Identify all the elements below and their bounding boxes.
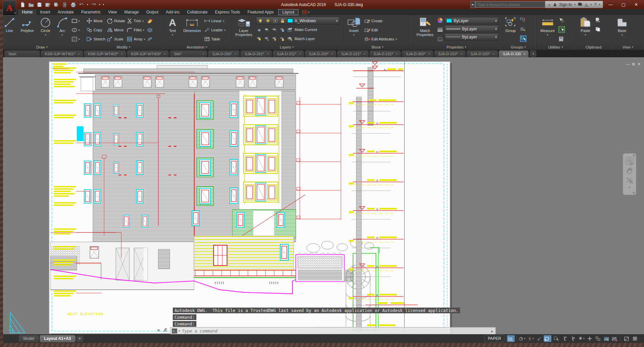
layer-vpfreeze2-icon[interactable] [271, 36, 277, 42]
layer-unlock2-icon[interactable] [279, 36, 285, 42]
help-icon[interactable]: ? [594, 2, 597, 7]
explode-tool[interactable] [147, 26, 153, 34]
qat-customize-dropdown[interactable]: ▾ [102, 3, 105, 6]
text-tool[interactable]: A Text▾ [165, 16, 180, 37]
offset-tool[interactable] [147, 35, 153, 43]
close-tab-icon[interactable]: × [121, 52, 123, 56]
ribbon-options[interactable]: ▾ [302, 9, 310, 15]
close-tab-icon[interactable]: × [428, 52, 430, 56]
mirror-tool[interactable]: Mirror [107, 26, 125, 34]
group-edit-icon[interactable] [520, 26, 526, 32]
graphics-performance-icon[interactable]: ▲ [611, 335, 619, 342]
arc-tool[interactable]: Arc▾ [55, 16, 70, 37]
drawing-restore-icon[interactable]: ⧉ [632, 62, 635, 66]
copy-clip-icon[interactable] [595, 27, 601, 32]
linetype-selector[interactable]: ByLayer ▾ [445, 33, 498, 40]
publish-button[interactable] [61, 1, 68, 8]
stretch-tool[interactable]: Stretch [87, 35, 105, 43]
layer-dropdown-caret[interactable]: ▾ [336, 19, 338, 23]
ellipse-tool[interactable]: ▾ [71, 26, 80, 34]
file-tab[interactable]: SJA-D-201*× [240, 50, 272, 57]
annotation-visibility-toggle[interactable] [560, 335, 568, 342]
layout-tab-active[interactable]: Layout A1+A3 [40, 335, 75, 342]
maximize-button[interactable]: ▢ [617, 1, 630, 8]
layer-isolate-icon[interactable] [264, 27, 269, 33]
help-search-input[interactable] [475, 1, 545, 8]
close-tab-icon[interactable]: × [78, 52, 80, 56]
save-button[interactable] [36, 1, 43, 8]
customization-menu[interactable] [631, 335, 639, 342]
print-button[interactable] [69, 1, 77, 8]
panel-label-layers[interactable]: Layers▾ [231, 44, 343, 50]
panel-label-draw[interactable]: Draw▾ [0, 44, 84, 50]
tab-home[interactable]: Home [18, 9, 36, 15]
tab-output[interactable]: Output [142, 9, 162, 15]
file-tab[interactable]: KSR-SJP-WT403*× [127, 50, 169, 57]
sign-in-dropdown[interactable]: ▾ [574, 3, 576, 6]
annotation-scale-menu[interactable]: ▾ [577, 335, 585, 342]
layer-lock-icon[interactable] [279, 27, 285, 33]
group-button[interactable]: Group [503, 16, 518, 33]
tab-parametric[interactable]: Parametric [77, 9, 104, 15]
cut-icon[interactable] [595, 17, 601, 23]
recent-commands-caret[interactable]: ▾ [179, 329, 180, 333]
redo-button[interactable] [90, 1, 97, 8]
layer-walk-icon[interactable] [264, 36, 269, 42]
erase-tool[interactable] [147, 17, 153, 25]
paste-special-icon[interactable] [558, 26, 565, 33]
close-button[interactable]: ✕ [630, 1, 643, 8]
circle-tool[interactable]: Circle▾ [38, 16, 53, 37]
quick-select-icon[interactable] [558, 17, 564, 23]
tab-layout[interactable]: Layout [278, 9, 298, 15]
tab-insert[interactable]: Insert [36, 9, 54, 15]
zoom-extents-icon[interactable] [626, 177, 633, 184]
edit-attributes-tool[interactable]: Edit Attributes▾ [364, 35, 397, 43]
file-tab[interactable]: Site*× [169, 50, 207, 57]
redo-dropdown[interactable]: ▾ [98, 3, 101, 6]
layer-properties-button[interactable]: Layer Properties [233, 16, 254, 37]
osnap-toggle[interactable]: ▾ [544, 335, 551, 342]
trim-tool[interactable]: Trim▾ [127, 17, 145, 25]
model-tab[interactable]: Model [19, 335, 39, 342]
drawing-canvas[interactable]: WEST ELEVATION [0, 57, 644, 334]
command-close-icon[interactable]: ✕ [157, 328, 160, 334]
edit-block-tool[interactable]: Edit [364, 26, 397, 34]
tab-view[interactable]: View [104, 9, 121, 15]
close-tab-icon[interactable]: × [331, 52, 333, 56]
close-tab-icon[interactable]: × [524, 52, 526, 56]
file-tab[interactable]: SJA-D-300*× [401, 50, 433, 57]
file-tab[interactable]: SJA-D-231*× [369, 50, 401, 57]
file-tab[interactable]: SJA-D-320*× [466, 50, 498, 57]
save-as-button[interactable] [44, 1, 52, 8]
rectangle-tool[interactable]: ▾ [71, 17, 80, 25]
quick-calc-icon[interactable] [558, 36, 564, 42]
a360-icon[interactable]: ◬ [585, 2, 588, 7]
array-tool[interactable]: Array▾ [127, 35, 145, 43]
search-icon[interactable]: ⌕ [548, 2, 550, 7]
drawing-close-icon[interactable]: ✕ [638, 62, 641, 66]
tab-manage[interactable]: Manage [121, 9, 142, 15]
paper-model-toggle[interactable]: PAPER [485, 335, 504, 342]
help-dropdown[interactable]: ▾ [599, 3, 600, 6]
command-expand-caret[interactable]: ▲ [490, 329, 494, 333]
table-tool[interactable]: Table [204, 35, 225, 43]
command-input[interactable] [181, 328, 489, 334]
navbar-minimize-icon[interactable]: ⊖ [632, 191, 635, 194]
clean-screen-toggle[interactable] [622, 335, 630, 342]
file-tab[interactable]: KSR-SJP-WT402*× [84, 50, 126, 57]
leader-tool[interactable]: Leader▾ [204, 26, 225, 34]
isodraft-toggle[interactable]: ▾ [527, 335, 535, 342]
group-selection-icon[interactable] [520, 35, 526, 42]
panel-label-groups[interactable]: Groups▾ [501, 44, 536, 50]
units-isolate-icon[interactable] [603, 335, 610, 342]
close-tab-icon[interactable]: × [202, 52, 204, 56]
file-tab[interactable]: SJA-D-310*× [434, 50, 466, 57]
close-tab-icon[interactable]: × [363, 52, 365, 56]
undo-button[interactable] [78, 1, 85, 8]
a360-dropdown[interactable]: ▾ [590, 3, 592, 6]
make-current-button[interactable]: Make Current [295, 28, 317, 32]
annotation-monitor[interactable] [594, 335, 602, 342]
tab-featured-apps[interactable]: Featured Apps [244, 9, 278, 15]
steering-wheel-icon[interactable]: 2D [625, 157, 634, 165]
autoscale-toggle[interactable] [569, 335, 577, 342]
